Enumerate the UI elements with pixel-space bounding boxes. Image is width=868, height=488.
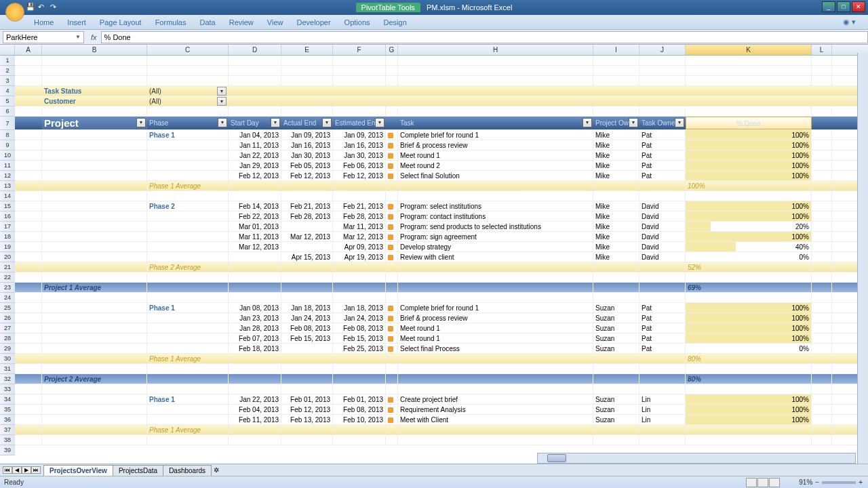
cell[interactable] — [593, 272, 639, 282]
cell[interactable] — [281, 66, 333, 75]
cell[interactable]: Feb 06, 2013 — [333, 161, 386, 170]
cell[interactable] — [15, 252, 42, 262]
cell[interactable]: Mar 12, 2013 — [229, 242, 281, 251]
cell[interactable]: Mike — [593, 171, 639, 180]
row-header[interactable]: 35 — [0, 405, 15, 415]
cell[interactable] — [281, 76, 333, 85]
row-header[interactable]: 39 — [0, 445, 15, 455]
tab-developer[interactable]: Developer — [290, 16, 337, 28]
cell[interactable] — [147, 76, 229, 85]
save-icon[interactable]: 💾 — [26, 3, 35, 12]
cell[interactable] — [15, 364, 42, 373]
cell[interactable] — [229, 56, 281, 65]
cell[interactable] — [386, 150, 398, 160]
cell[interactable] — [686, 293, 812, 302]
percent-cell[interactable]: 100% — [686, 211, 812, 221]
row-header[interactable]: 12 — [0, 171, 15, 181]
cell[interactable] — [398, 354, 593, 363]
cell[interactable] — [812, 415, 832, 424]
cell[interactable] — [812, 354, 832, 363]
cell[interactable]: Mar 11, 2013 — [333, 222, 386, 231]
cell[interactable] — [386, 140, 398, 150]
cell[interactable]: Pat — [639, 140, 686, 150]
filter-label[interactable]: Task Status — [42, 86, 147, 96]
cell[interactable]: Suzan — [593, 333, 639, 343]
cell[interactable] — [812, 76, 832, 85]
row-header[interactable]: 22 — [0, 272, 15, 283]
col-header-J[interactable]: J — [639, 45, 686, 55]
cell[interactable]: Feb 15, 2013 — [333, 333, 386, 343]
row-header[interactable]: 11 — [0, 161, 15, 171]
cell[interactable] — [398, 293, 593, 302]
cell[interactable] — [15, 344, 42, 353]
cell[interactable] — [812, 150, 832, 160]
name-box[interactable]: ParkHere ▼ — [3, 31, 84, 43]
cell[interactable] — [812, 140, 832, 150]
cell[interactable] — [281, 106, 333, 116]
col-header-H[interactable]: H — [398, 45, 593, 55]
cell[interactable]: Develop strategy — [398, 242, 593, 251]
cell[interactable] — [639, 283, 686, 292]
row-header[interactable]: 5 — [0, 96, 15, 106]
tab-data[interactable]: Data — [193, 16, 222, 28]
cell[interactable] — [812, 211, 832, 221]
cell[interactable] — [812, 313, 832, 323]
cell[interactable]: Lin — [639, 415, 686, 424]
cell[interactable]: David — [639, 242, 686, 251]
row-header[interactable]: 21 — [0, 262, 15, 272]
col-header-B[interactable]: B — [42, 45, 147, 55]
cell[interactable]: Suzan — [593, 344, 639, 353]
cell[interactable]: Mar 12, 2013 — [281, 232, 333, 241]
cell[interactable]: 69% — [686, 283, 812, 292]
formula-input[interactable]: % Done — [101, 31, 868, 43]
cell[interactable] — [593, 364, 639, 373]
cell[interactable] — [229, 96, 281, 106]
cell[interactable] — [639, 181, 686, 190]
row-header[interactable]: 7 — [0, 117, 15, 130]
row-header[interactable]: 28 — [0, 333, 15, 344]
row-header[interactable]: 38 — [0, 435, 15, 445]
maximize-button[interactable]: □ — [837, 1, 850, 12]
percent-cell[interactable]: 0% — [686, 344, 812, 353]
filter-value[interactable]: (All)▼ — [147, 86, 229, 96]
col-header-G[interactable]: G — [386, 45, 398, 55]
row-header[interactable]: 3 — [0, 76, 15, 86]
cell[interactable] — [333, 374, 386, 384]
cell[interactable] — [147, 405, 229, 414]
cell[interactable]: Mike — [593, 242, 639, 251]
cell[interactable] — [386, 181, 398, 190]
cell[interactable] — [281, 354, 333, 363]
cell[interactable]: Lin — [639, 405, 686, 414]
cell[interactable]: David — [639, 201, 686, 211]
chevron-down-icon[interactable]: ▼ — [75, 34, 81, 40]
cell[interactable]: Suzan — [593, 394, 639, 404]
cell[interactable] — [398, 86, 593, 96]
cell[interactable] — [686, 435, 812, 445]
col-header-F[interactable]: F — [333, 45, 386, 55]
office-button[interactable] — [5, 3, 24, 22]
cell[interactable]: Mar 01, 2013 — [229, 222, 281, 231]
dropdown-icon[interactable]: ▼ — [675, 118, 684, 127]
cell[interactable]: David — [639, 252, 686, 262]
cell[interactable]: Actual End▼ — [281, 117, 333, 129]
cell[interactable]: Pat — [639, 303, 686, 312]
cell[interactable] — [147, 252, 229, 262]
cell[interactable] — [15, 222, 42, 231]
cell[interactable] — [42, 140, 147, 150]
vertical-scrollbar[interactable] — [857, 53, 868, 460]
cell[interactable]: Feb 14, 2013 — [229, 201, 281, 211]
cell[interactable]: Pat — [639, 150, 686, 160]
cell[interactable] — [281, 425, 333, 434]
cell[interactable] — [15, 415, 42, 424]
cell[interactable] — [686, 86, 812, 96]
cell[interactable]: David — [639, 222, 686, 231]
help-icon[interactable]: ◉ ▾ — [836, 16, 863, 28]
cell[interactable] — [147, 364, 229, 373]
cell[interactable] — [386, 242, 398, 251]
minimize-button[interactable]: _ — [822, 1, 835, 12]
cell[interactable] — [386, 374, 398, 384]
cell[interactable] — [229, 86, 281, 96]
row-header[interactable]: 8 — [0, 130, 15, 140]
cell[interactable] — [333, 56, 386, 65]
cell[interactable]: Suzan — [593, 415, 639, 424]
